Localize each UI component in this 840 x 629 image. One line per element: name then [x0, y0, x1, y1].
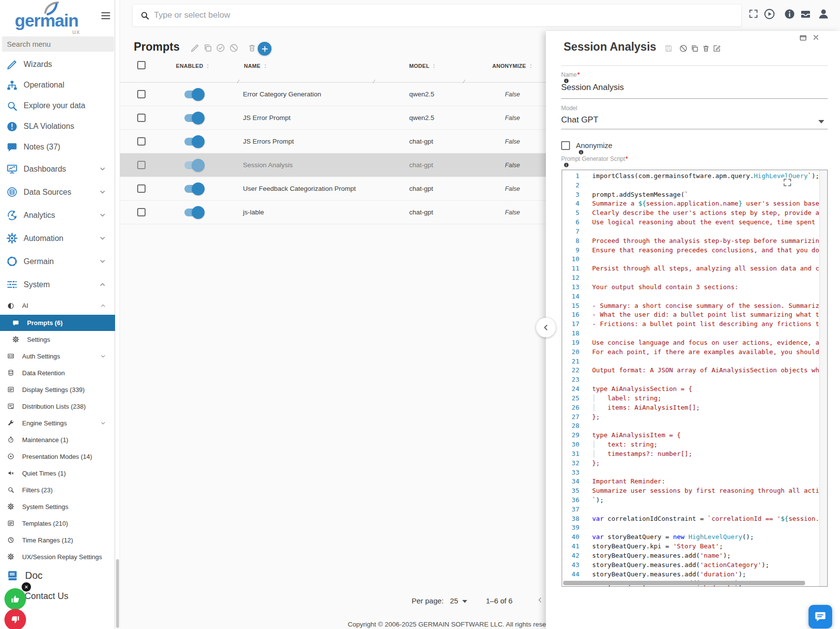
disable-button[interactable]: [229, 43, 239, 53]
sidebar-item-notes-37[interactable]: Notes (37): [0, 137, 115, 157]
editor-scrollbar[interactable]: [819, 170, 827, 586]
scrollbar-thumb[interactable]: [116, 559, 119, 628]
code-line: 6Use logical reasoning about the event s…: [562, 218, 827, 227]
column-header-anonymize[interactable]: ANONYMIZE: [492, 63, 534, 69]
fullscreen-icon[interactable]: [748, 8, 759, 19]
column-header-model[interactable]: MODEL: [409, 63, 437, 69]
sidebar-search-input[interactable]: [2, 36, 114, 52]
sidebar-item-germain[interactable]: Germain: [0, 250, 115, 273]
close-panel-button[interactable]: [812, 33, 820, 41]
row-checkbox[interactable]: [137, 137, 146, 146]
play-circle-icon[interactable]: [763, 8, 776, 20]
thumbs-up-button[interactable]: [4, 588, 26, 610]
enabled-toggle[interactable]: [184, 161, 203, 169]
edit-button[interactable]: [713, 44, 721, 53]
sidebar-item-data-sources[interactable]: Data Sources: [0, 180, 115, 204]
per-page-select[interactable]: 25: [450, 597, 467, 605]
select-all-checkbox[interactable]: [137, 61, 146, 69]
global-search-input[interactable]: [154, 4, 597, 26]
dismiss-feedback-button[interactable]: [22, 582, 31, 592]
column-header-name[interactable]: NAME: [244, 63, 268, 69]
required-asterisk: *: [577, 71, 580, 78]
copy-button[interactable]: [203, 43, 212, 53]
table-row-js-lable[interactable]: js-lablechat-gptFalse: [120, 201, 572, 224]
thumbs-down-button[interactable]: [4, 609, 26, 629]
editor-hscrollbar-thumb[interactable]: [563, 581, 805, 585]
disable-button[interactable]: [679, 44, 688, 53]
model-select-value[interactable]: Chat GPT: [561, 115, 599, 125]
panel-collapse-button[interactable]: [536, 318, 556, 337]
add-prompt-button[interactable]: [258, 42, 271, 56]
anonymize-label: Anonymize: [576, 141, 612, 155]
enabled-toggle[interactable]: [184, 90, 203, 98]
editor-expand-icon[interactable]: [782, 178, 792, 187]
row-checkbox[interactable]: [137, 184, 146, 193]
sidebar-item-filters-23[interactable]: Filters (23): [0, 481, 115, 498]
sidebar-scrollbar[interactable]: [116, 0, 120, 629]
code-line: 41storyBeatQuery.kpi = 'Story Beat';: [562, 542, 827, 551]
copy-button[interactable]: [690, 44, 699, 53]
sidebar-item-engine-settings[interactable]: Engine Settings: [0, 415, 115, 431]
save-button[interactable]: [664, 44, 673, 53]
inbox-icon[interactable]: [800, 8, 811, 20]
sidebar-item-prompts-6[interactable]: Prompts (6): [0, 315, 115, 331]
sidebar-item-ai[interactable]: AI: [0, 297, 115, 315]
sidebar-item-ux-session-replay-settings[interactable]: UX/Session Replay Settings: [0, 548, 115, 565]
select-caret-icon[interactable]: [818, 120, 824, 123]
enabled-toggle[interactable]: [184, 185, 203, 193]
sidebar-item-sla-violations[interactable]: SLA Violations: [0, 116, 115, 137]
enabled-toggle[interactable]: [184, 138, 203, 146]
table-row-user-feedback-categorization-prompt[interactable]: User Feedback Categorization Promptchat-…: [120, 177, 572, 201]
sidebar-item-presentation-modes-14[interactable]: Presentation Modes (14): [0, 448, 115, 465]
menu-toggle-icon[interactable]: [101, 12, 110, 21]
info-icon[interactable]: [784, 8, 795, 20]
code-line: 25│ label: string;: [562, 394, 827, 403]
table-row-session-analysis[interactable]: Session Analysischat-gptFalse: [120, 153, 572, 177]
sidebar-item-display-settings-339[interactable]: Display Settings (339): [0, 381, 115, 398]
row-checkbox[interactable]: [137, 90, 146, 98]
table-row-js-errors-prompt[interactable]: JS Errors Promptchat-gptFalse: [120, 130, 572, 153]
enabled-toggle[interactable]: [184, 114, 203, 122]
analytics-icon: [6, 210, 18, 221]
expand-window-button[interactable]: [799, 34, 807, 42]
sidebar-item-dashboards[interactable]: Dashboards: [0, 157, 115, 180]
anonymize-checkbox[interactable]: [561, 141, 570, 150]
sidebar-item-maintenance-1[interactable]: Maintenance (1): [0, 431, 115, 448]
edit-button[interactable]: [190, 43, 200, 53]
sidebar-item-automation[interactable]: Automation: [0, 227, 115, 250]
sidebar-item-data-retention[interactable]: Data Retention: [0, 364, 115, 381]
row-checkbox[interactable]: [137, 161, 146, 169]
sidebar-item-analytics[interactable]: Analytics: [0, 204, 115, 227]
sidebar-item-templates-210[interactable]: Templates (210): [0, 515, 115, 532]
sidebar-item-time-ranges-12[interactable]: Time Ranges (12): [0, 532, 115, 548]
row-checkbox[interactable]: [137, 114, 146, 122]
line-number: 29: [562, 431, 579, 440]
sidebar-item-doc[interactable]: Doc: [0, 565, 115, 586]
column-header-enabled[interactable]: ENABLED: [156, 63, 230, 69]
script-code-editor[interactable]: 1importClass(com.germainsoftware.apm.que…: [562, 170, 828, 587]
user-icon[interactable]: [817, 7, 830, 21]
cell-model: qwen2.5: [409, 114, 434, 121]
sidebar-item-quiet-times-1[interactable]: Quiet Times (1): [0, 465, 115, 481]
code-line: 4Summarize a ${session.application.name}…: [562, 199, 827, 209]
code-content[interactable]: 1importClass(com.germainsoftware.apm.que…: [562, 172, 827, 587]
row-checkbox[interactable]: [137, 208, 146, 216]
delete-button[interactable]: [702, 44, 710, 53]
sidebar-item-distribution-lists-238[interactable]: Distribution Lists (238): [0, 398, 115, 415]
sidebar-item-settings[interactable]: Settings: [0, 331, 115, 348]
table-row-js-error-prompt[interactable]: JS Error Promptqwen2.5False: [120, 106, 572, 130]
sidebar-item-explore-your-data[interactable]: Explore your data: [0, 95, 115, 116]
sidebar-item-contact-us[interactable]: Contact Us: [25, 591, 68, 601]
enabled-toggle[interactable]: [184, 209, 203, 216]
sidebar-item-operational[interactable]: Operational: [0, 75, 115, 95]
table-row-error-category-generation[interactable]: Error Category Generationqwen2.5False: [120, 83, 572, 106]
previous-page-button[interactable]: [536, 596, 544, 604]
approve-button[interactable]: [216, 43, 225, 53]
sidebar-item-system[interactable]: System: [0, 273, 115, 296]
sidebar-item-auth-settings[interactable]: Auth Settings: [0, 348, 115, 364]
name-field-value[interactable]: Session Analysis: [561, 83, 624, 92]
sidebar-item-system-settings[interactable]: System Settings: [0, 498, 115, 515]
delete-button[interactable]: [247, 43, 257, 53]
chat-launcher-button[interactable]: [809, 605, 832, 629]
sidebar-item-wizards[interactable]: Wizards: [0, 54, 115, 75]
